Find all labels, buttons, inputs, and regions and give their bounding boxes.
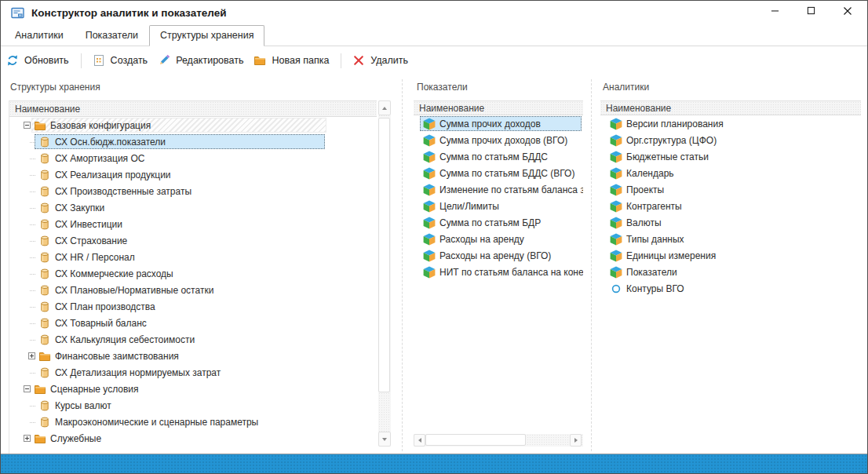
list-item[interactable]: Сумма по статьям БДДС (ВГО) [414,165,583,181]
tree-item-label: СХ Амортизация ОС [55,153,144,164]
tree-row[interactable]: СХ Амортизация ОС [9,150,378,166]
list-item[interactable]: Цели/Лимиты [414,198,583,214]
list-item-label: Сумма прочих доходов (ВГО) [439,135,567,146]
list-item[interactable]: Единицы измерения [600,247,861,264]
tree-row[interactable]: СХ Коммерческие расходы [9,265,378,282]
toolbar-separator [341,53,341,68]
tree-row[interactable]: Курсы валют [9,397,378,414]
new-document-icon [93,54,105,67]
storage-cylinder-icon [38,185,51,198]
tree-row[interactable]: Служебные [9,430,378,447]
cube-icon [610,167,622,180]
list-item-label: Сумма по статьям БДДС (ВГО) [439,168,574,179]
minimize-button[interactable] [759,1,795,24]
toolbar-button-label: Создать [111,55,148,66]
tree-row[interactable]: Финансовые заимствования [9,348,378,364]
list-item[interactable]: Расходы на аренду (ВГО) [414,247,583,264]
tree-row[interactable]: СХ Закупки [9,199,378,216]
toolbar-button-label: Обновить [24,55,69,66]
scrollbar-thumb[interactable] [425,434,526,446]
cube-icon [423,200,436,213]
tree-item-label: Служебные [50,433,101,444]
list-item[interactable]: Изменение по статьям баланса за п [414,181,583,198]
toolbar-button-0[interactable]: Обновить [6,54,79,67]
scroll-right-button[interactable] [570,434,582,447]
toolbar-button-4[interactable]: Новая папка [253,54,339,67]
arrow-up-icon [382,107,387,110]
list-item[interactable]: Расходы на аренду [414,231,583,247]
tree-row[interactable]: СХ Производственные затраты [9,183,378,199]
scrollbar-thumb[interactable] [378,118,390,392]
column-header-name[interactable]: Наименование [414,100,583,115]
new-folder-icon [253,54,266,67]
list-item[interactable]: Бюджетные статьи [600,148,861,165]
expander-minus-icon[interactable] [24,385,31,392]
tree-row[interactable]: СХ Товарный баланс [9,315,378,331]
tree-row[interactable]: СХ Детализация нормируемых затрат [9,364,378,381]
cube-icon [610,118,622,130]
toolbar-button-6[interactable]: Удалить [352,54,418,67]
column-header-name[interactable]: Наименование [600,100,861,115]
scroll-down-button[interactable] [378,432,391,447]
tree-row[interactable]: СХ План производства [9,298,378,315]
expander-plus-icon[interactable] [24,435,31,442]
maximize-icon [807,6,819,19]
list-item-label: Версии планирования [626,118,724,129]
list-item[interactable]: Версии планирования [600,115,861,132]
list-item[interactable]: Календарь [600,165,861,181]
list-item[interactable]: Контуры ВГО [600,280,861,297]
tree-row[interactable]: Сценарные условия [9,381,378,397]
tab-1[interactable]: Показатели [75,25,149,46]
list-item[interactable]: Сумма по статьям БДР [414,214,583,231]
list-item[interactable]: Валюты [600,214,861,231]
list-item-label: НИТ по статьям баланса на конец п [439,267,583,278]
tree-row[interactable]: СХ Плановые/Нормативные остатки [9,282,378,298]
tree-item-label: Базовая конфигурация [50,120,151,131]
toolbar-button-label: Новая папка [272,55,329,66]
list-item[interactable]: Типы данных [600,231,861,247]
storage-cylinder-icon [38,284,51,297]
tree-row[interactable]: СХ Инвестиции [9,216,378,232]
tree-row[interactable]: СХ Реализация продукции [9,166,378,183]
scroll-up-button[interactable] [378,100,391,115]
expander-minus-icon[interactable] [24,122,31,129]
tree-row[interactable]: СХ Осн.бюдж.показатели [9,133,378,150]
column-header-name[interactable]: Наименование [9,100,377,117]
storage-panel-caption: Структуры хранения [10,82,100,93]
list-item[interactable]: Орг.структура (ЦФО) [600,132,861,148]
tree-row[interactable]: Базовая конфигурация [9,117,378,133]
list-item[interactable]: НИТ по статьям баланса на конец п [414,264,583,280]
tree-item-label: СХ Осн.бюдж.показатели [55,137,166,148]
indicators-panel-caption: Показатели [417,82,468,93]
list-item[interactable]: Проекты [600,181,861,198]
tab-0[interactable]: Аналитики [4,25,75,46]
tree-row[interactable]: Макроэкономические и сценарные параметры [9,414,378,430]
tab-bar: АналитикиПоказателиСтруктуры хранения [1,24,867,46]
scroll-left-button[interactable] [414,434,425,447]
tree-item-label: СХ Реализация продукции [55,170,171,180]
horizontal-scrollbar[interactable] [414,434,583,447]
tree-row[interactable]: СХ HR / Персонал [9,249,378,265]
tree-row[interactable]: СХ Страхование [9,232,378,249]
expander-plus-icon[interactable] [28,352,35,359]
storage-cylinder-icon [38,268,51,280]
maximize-button[interactable] [795,1,831,24]
toolbar-button-3[interactable]: Редактировать [158,54,253,67]
list-item[interactable]: Контрагенты [600,198,861,214]
toolbar: ОбновитьСоздатьРедактироватьНовая папкаУ… [1,46,867,75]
list-item-label: Орг.структура (ЦФО) [626,135,717,146]
list-item[interactable]: Сумма прочих доходов (ВГО) [414,132,583,148]
toolbar-button-2[interactable]: Создать [93,54,159,67]
tree-row[interactable]: СХ Калькуляция себестоимости [9,331,378,348]
analytics-panel-caption: Аналитики [603,82,649,93]
list-item[interactable]: Показатели [600,264,861,280]
close-button[interactable] [831,1,867,24]
storage-cylinder-icon [38,218,51,231]
panel-splitter[interactable] [402,79,403,451]
storage-cylinder-icon [38,416,51,428]
tab-2[interactable]: Структуры хранения [149,25,264,46]
vertical-scrollbar[interactable] [378,100,391,447]
list-item[interactable]: Сумма по статьям БДДС [414,148,583,165]
panel-splitter[interactable] [591,79,592,451]
list-item[interactable]: Сумма прочих доходов [414,115,583,132]
